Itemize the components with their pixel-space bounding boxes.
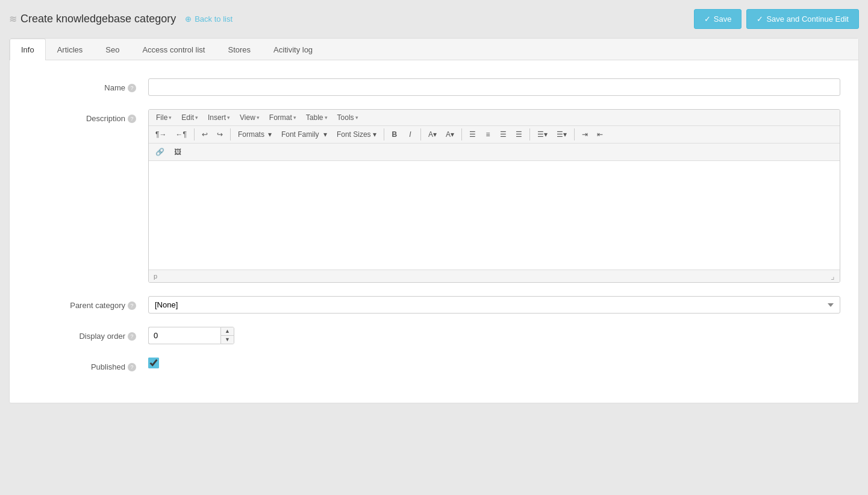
tab-seo[interactable]: Seo: [94, 39, 131, 60]
published-control-wrap: [148, 358, 840, 370]
save-button[interactable]: ✓ Save: [694, 9, 742, 29]
tab-content-info: Name ? Description ?: [10, 60, 858, 403]
toolbar-align-right-btn[interactable]: ☰: [496, 128, 511, 141]
menu-view-arrow: ▾: [257, 115, 260, 121]
name-row: Name ?: [28, 78, 840, 96]
description-label: Description ?: [28, 109, 148, 123]
toolbar-outdent-btn[interactable]: ⇤: [593, 128, 607, 141]
published-checkbox[interactable]: [148, 358, 159, 368]
menu-format[interactable]: Format ▾: [264, 111, 301, 124]
menu-insert[interactable]: Insert ▾: [203, 111, 235, 124]
published-help-icon[interactable]: ?: [128, 363, 136, 371]
toolbar-image-btn[interactable]: 🖼: [170, 145, 186, 159]
back-link-icon: ⊕: [185, 14, 192, 24]
name-control-wrap: [148, 78, 840, 96]
editor-status-text: p: [154, 273, 157, 280]
toolbar-group-align: ☰ ≡ ☰ ☰: [465, 128, 526, 141]
tab-activity[interactable]: Acitivity log: [262, 39, 324, 60]
toolbar-sep-5: [461, 128, 462, 140]
name-help-icon[interactable]: ?: [128, 84, 136, 92]
tab-stores[interactable]: Stores: [217, 39, 263, 60]
parent-category-select[interactable]: [None]: [148, 296, 840, 314]
toolbar-align-left-btn[interactable]: ☰: [465, 128, 480, 141]
menu-edit-label: Edit: [181, 113, 194, 122]
menu-insert-arrow: ▾: [227, 115, 230, 121]
toolbar-highlight-btn[interactable]: A▾: [442, 128, 458, 141]
toolbar-italic-btn[interactable]: I: [403, 128, 417, 141]
tab-acl[interactable]: Access control list: [131, 39, 216, 60]
menu-view-label: View: [240, 113, 255, 122]
menu-format-label: Format: [269, 113, 292, 122]
toolbar-fontfamily-btn[interactable]: Font Family ▾: [277, 128, 331, 141]
back-to-list-link[interactable]: ⊕ Back to list: [185, 14, 233, 24]
display-order-spinner: 0 ▲ ▼: [148, 327, 840, 344]
parent-category-label: Parent category ?: [28, 296, 148, 310]
toolbar-align-justify-btn[interactable]: ☰: [511, 128, 526, 141]
menu-insert-label: Insert: [208, 113, 226, 122]
page-header: ≋ Create knowledgebase category ⊕ Back t…: [9, 9, 859, 29]
editor-resize-handle[interactable]: ⌟: [831, 271, 835, 281]
formats-label: Formats: [238, 130, 264, 139]
menu-file[interactable]: File ▾: [151, 111, 176, 124]
spinner-up-btn[interactable]: ▲: [221, 327, 234, 336]
page-header-left: ≋ Create knowledgebase category ⊕ Back t…: [9, 13, 233, 25]
toolbar-indent-btn[interactable]: ⇥: [578, 128, 592, 141]
toolbar-rtl-btn[interactable]: ←¶: [171, 128, 190, 141]
spinner-buttons: ▲ ▼: [220, 327, 234, 344]
toolbar-sep-6: [529, 128, 530, 140]
page-title: ≋ Create knowledgebase category: [9, 13, 176, 25]
toolbar-align-center-btn[interactable]: ≡: [481, 128, 495, 141]
save-continue-button[interactable]: ✓ Save and Continue Edit: [746, 9, 859, 29]
header-buttons: ✓ Save ✓ Save and Continue Edit: [694, 9, 859, 29]
tab-info[interactable]: Info: [10, 39, 46, 60]
save-continue-label: Save and Continue Edit: [766, 14, 849, 24]
toolbar-link-btn[interactable]: 🔗: [151, 145, 169, 159]
toolbar-group-list: ☰▾ ☰▾: [533, 128, 571, 141]
menu-file-arrow: ▾: [169, 115, 172, 121]
display-order-row: Display order ? 0 ▲ ▼: [28, 327, 840, 344]
menu-tools-label: Tools: [337, 113, 354, 122]
display-order-control-wrap: 0 ▲ ▼: [148, 327, 840, 344]
toolbar-group-undo: ↩ ↪: [198, 128, 227, 141]
toolbar-bold-btn[interactable]: B: [387, 128, 402, 141]
display-order-input[interactable]: 0: [148, 327, 220, 344]
parent-category-row: Parent category ? [None]: [28, 296, 840, 314]
formats-arrow: ▾: [268, 130, 272, 139]
description-help-icon[interactable]: ?: [128, 115, 136, 123]
display-order-label: Display order ?: [28, 327, 148, 341]
toolbar-fontsize-btn[interactable]: Font Sizes ▾: [333, 128, 381, 141]
toolbar-group-fontcolor: A▾ A▾: [424, 128, 458, 141]
description-label-text: Description: [86, 114, 125, 123]
menu-edit[interactable]: Edit ▾: [176, 111, 203, 124]
tab-articles[interactable]: Articles: [46, 39, 95, 60]
menu-file-label: File: [156, 113, 167, 122]
toolbar-fontcolor-btn[interactable]: A▾: [424, 128, 441, 141]
toolbar-undo-btn[interactable]: ↩: [198, 128, 212, 141]
parent-category-help-icon[interactable]: ?: [128, 301, 136, 310]
toolbar-ul-btn[interactable]: ☰▾: [533, 128, 552, 141]
toolbar-redo-btn[interactable]: ↪: [213, 128, 227, 141]
menu-table[interactable]: Table ▾: [301, 111, 333, 124]
editor-body[interactable]: [149, 161, 840, 270]
page-wrapper: ≋ Create knowledgebase category ⊕ Back t…: [0, 0, 868, 412]
editor-toolbar: ¶→ ←¶ ↩ ↪ Formats ▾: [149, 126, 840, 143]
name-input[interactable]: [148, 78, 840, 96]
toolbar-ltr-btn[interactable]: ¶→: [151, 128, 170, 141]
toolbar-sep-2: [230, 128, 231, 140]
menu-tools[interactable]: Tools ▾: [333, 111, 363, 124]
published-label-text: Published: [91, 362, 125, 371]
spinner-down-btn[interactable]: ▼: [221, 336, 234, 344]
display-order-help-icon[interactable]: ?: [128, 332, 136, 341]
back-link-label: Back to list: [195, 14, 233, 24]
toolbar-group-indent: ⇥ ⇤: [578, 128, 607, 141]
tabs-bar: Info Articles Seo Access control list St…: [10, 39, 858, 60]
display-order-label-text: Display order: [79, 332, 125, 341]
toolbar-sep-1: [194, 128, 195, 140]
menu-format-arrow: ▾: [293, 115, 296, 121]
toolbar-formats-btn[interactable]: Formats ▾: [234, 128, 276, 141]
published-label: Published ?: [28, 358, 148, 371]
page-title-text: Create knowledgebase category: [20, 13, 176, 25]
main-card: Info Articles Seo Access control list St…: [9, 38, 859, 403]
toolbar-ol-btn[interactable]: ☰▾: [552, 128, 571, 141]
menu-view[interactable]: View ▾: [235, 111, 264, 124]
